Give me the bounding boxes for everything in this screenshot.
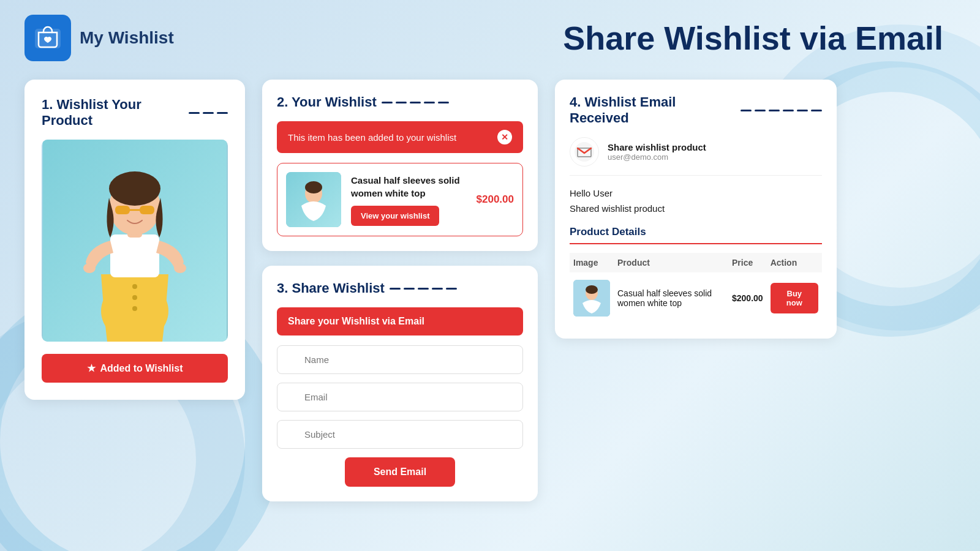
middle-column: 2. Your Wishlist This item has been adde… bbox=[262, 80, 538, 501]
subject-input-wrapper: ✏ bbox=[277, 420, 523, 449]
email-input[interactable] bbox=[277, 383, 523, 411]
share-header: Share your Wishlist via Email bbox=[277, 307, 523, 335]
card-your-wishlist: 2. Your Wishlist This item has been adde… bbox=[262, 80, 538, 251]
col-action: Action bbox=[767, 253, 822, 272]
table-header-row: Image Product Price Action bbox=[570, 253, 822, 272]
email-greeting: Hello User bbox=[570, 188, 822, 198]
table-row: Casual half sleeves solid women white to… bbox=[570, 272, 822, 324]
name-input-wrapper: 👤 bbox=[277, 345, 523, 374]
svg-point-23 bbox=[586, 285, 598, 294]
section2-title: 2. Your Wishlist bbox=[277, 94, 523, 110]
gmail-svg bbox=[575, 142, 594, 162]
email-meta: Share wishlist product user@demo.com bbox=[608, 142, 706, 162]
logo-area: My Wishlist bbox=[24, 15, 174, 61]
svg-rect-6 bbox=[110, 234, 159, 277]
table-cell-product: Casual half sleeves solid women white to… bbox=[614, 272, 728, 324]
subject-field-group: ✏ bbox=[277, 420, 523, 449]
added-to-wishlist-button[interactable]: ★ Added to Wishlist bbox=[42, 354, 228, 383]
card-wishlist-product: 1. Wishlist Your Product bbox=[24, 80, 245, 400]
email-message: Shared wishlist product bbox=[570, 203, 822, 214]
logo-icon bbox=[34, 24, 62, 52]
svg-point-8 bbox=[174, 263, 186, 273]
svg-rect-18 bbox=[309, 194, 318, 199]
table-product-thumbnail bbox=[573, 280, 610, 317]
table-thumb-svg bbox=[573, 280, 610, 317]
send-email-button[interactable]: Send Email bbox=[345, 457, 455, 487]
section3-title: 3. Share Wishlist bbox=[277, 280, 523, 296]
product-image-svg bbox=[42, 140, 228, 342]
section1-title: 1. Wishlist Your Product bbox=[42, 97, 228, 129]
view-wishlist-button[interactable]: View your wishlist bbox=[351, 206, 439, 226]
email-from: user@demo.com bbox=[608, 152, 706, 162]
col-image: Image bbox=[570, 253, 614, 272]
section2-dashes bbox=[382, 102, 449, 103]
product-price: $200.00 bbox=[477, 193, 514, 206]
table-cell-action: Buy now bbox=[767, 272, 822, 324]
col-price: Price bbox=[728, 253, 767, 272]
section3-dashes bbox=[390, 288, 457, 290]
product-name: Casual half sleeves solid women white to… bbox=[351, 174, 467, 200]
svg-point-17 bbox=[305, 181, 322, 193]
table-cell-price: $200.00 bbox=[728, 272, 767, 324]
product-thumb-svg bbox=[286, 172, 341, 227]
svg-rect-13 bbox=[140, 206, 154, 214]
name-field-group: 👤 bbox=[277, 345, 523, 374]
table-cell-image bbox=[570, 272, 614, 324]
svg-point-4 bbox=[132, 295, 137, 300]
product-thumbnail bbox=[286, 172, 341, 227]
subject-input[interactable] bbox=[277, 420, 523, 449]
name-input[interactable] bbox=[277, 345, 523, 374]
svg-point-7 bbox=[83, 263, 96, 273]
product-table: Image Product Price Action bbox=[570, 253, 822, 324]
product-details-title: Product Details bbox=[570, 226, 822, 244]
card-email-received: 4. Wishlist Email Received Share w bbox=[555, 80, 837, 339]
product-row: Casual half sleeves solid women white to… bbox=[277, 163, 523, 236]
app-title: My Wishlist bbox=[80, 28, 174, 48]
gmail-icon bbox=[570, 137, 599, 167]
svg-point-3 bbox=[132, 284, 137, 289]
email-body: Hello User Shared wishlist product bbox=[570, 188, 822, 214]
wishlist-alert: This item has been added to your wishlis… bbox=[277, 121, 523, 153]
section4-title: 4. Wishlist Email Received bbox=[570, 94, 822, 126]
email-subject: Share wishlist product bbox=[608, 142, 706, 152]
svg-point-5 bbox=[132, 306, 137, 311]
col-product: Product bbox=[614, 253, 728, 272]
close-alert-button[interactable]: ✕ bbox=[497, 130, 512, 144]
header: My Wishlist Share Wishlist via Email bbox=[0, 0, 980, 67]
email-header: Share wishlist product user@demo.com bbox=[570, 137, 822, 176]
product-image bbox=[42, 140, 228, 342]
section1-dashes bbox=[189, 112, 228, 114]
email-field-group: ✉ bbox=[277, 383, 523, 411]
svg-rect-12 bbox=[115, 206, 130, 214]
logo-box bbox=[24, 15, 71, 61]
section4-dashes bbox=[741, 110, 822, 111]
product-info: Casual half sleeves solid women white to… bbox=[351, 174, 467, 226]
card-share-wishlist: 3. Share Wishlist Share your Wishlist vi… bbox=[262, 266, 538, 501]
email-input-wrapper: ✉ bbox=[277, 383, 523, 411]
star-icon: ★ bbox=[87, 362, 96, 374]
main-content: 1. Wishlist Your Product bbox=[0, 67, 980, 514]
buy-now-button[interactable]: Buy now bbox=[771, 283, 818, 313]
svg-point-11 bbox=[109, 171, 160, 206]
page-title: Share Wishlist via Email bbox=[563, 19, 943, 57]
